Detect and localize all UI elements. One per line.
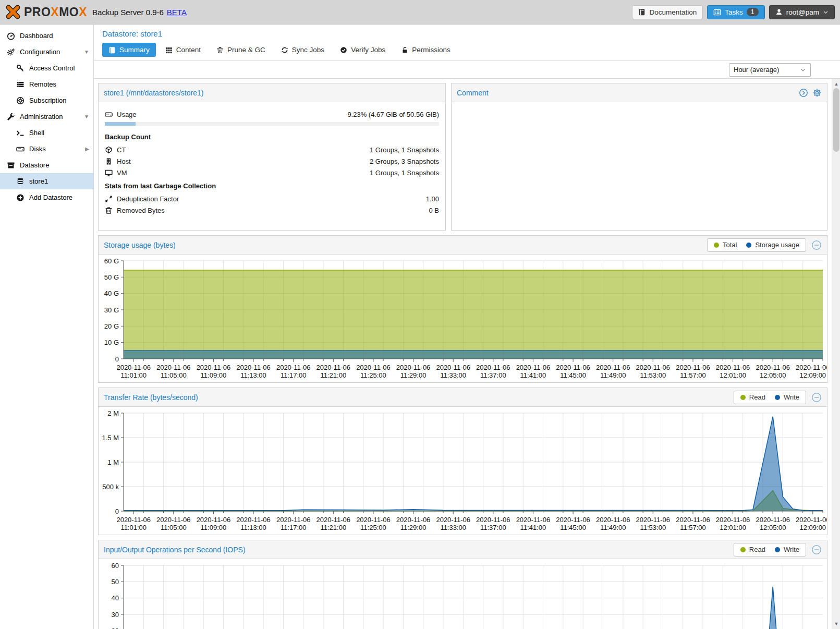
usage-progress-fill bbox=[105, 122, 136, 126]
svg-text:2020-11-0611:21:00: 2020-11-0611:21:00 bbox=[316, 516, 351, 531]
svg-text:2020-11-0611:33:00: 2020-11-0611:33:00 bbox=[436, 364, 470, 379]
svg-text:60: 60 bbox=[112, 562, 119, 570]
building-icon bbox=[105, 158, 113, 165]
backup-count-heading: Backup Count bbox=[105, 133, 439, 141]
gear-icon[interactable] bbox=[812, 88, 822, 98]
sync-icon bbox=[281, 46, 288, 54]
usage-progress-bar bbox=[105, 122, 439, 126]
collapse-minus-circle-icon[interactable] bbox=[811, 545, 822, 555]
task-list-icon bbox=[713, 8, 721, 16]
comment-body[interactable] bbox=[452, 102, 827, 230]
sidebar-item-disks[interactable]: Disks ▶ bbox=[0, 141, 93, 157]
chevron-down-icon bbox=[800, 67, 806, 73]
storage-usage-legend: Total Storage usage bbox=[707, 238, 806, 252]
grid-icon bbox=[165, 46, 173, 54]
documentation-button[interactable]: Documentation bbox=[632, 5, 703, 19]
vertical-scrollbar[interactable]: ▲ ▼ bbox=[832, 79, 840, 629]
comment-panel: Comment bbox=[451, 83, 827, 231]
beta-link[interactable]: BETA bbox=[167, 8, 187, 17]
scroll-up-arrow[interactable]: ▲ bbox=[832, 80, 840, 88]
dashboard-icon bbox=[6, 31, 15, 40]
cube-icon bbox=[105, 146, 113, 154]
tab-bar: Summary Content Prune & GC Sync Jobs bbox=[102, 43, 832, 61]
key-icon bbox=[16, 64, 25, 72]
svg-text:500 k: 500 k bbox=[102, 483, 119, 491]
brand-text: PROXMOX bbox=[24, 5, 87, 19]
usage-row: Usage 9.23% (4.67 GiB of 50.56 GiB) bbox=[105, 109, 439, 119]
scroll-area: store1 (/mnt/datastores/store1) Usage 9.… bbox=[94, 79, 832, 629]
gears-icon bbox=[6, 47, 15, 56]
svg-text:2020-11-0612:09:00: 2020-11-0612:09:00 bbox=[796, 516, 827, 531]
tab-summary[interactable]: Summary bbox=[102, 43, 156, 57]
svg-text:2020-11-0611:33:00: 2020-11-0611:33:00 bbox=[436, 516, 470, 531]
legend-dot-write bbox=[775, 547, 780, 552]
svg-text:30: 30 bbox=[112, 611, 119, 619]
tab-content[interactable]: Content bbox=[159, 43, 207, 57]
caret-down-icon[interactable]: ▼ bbox=[84, 114, 89, 119]
edit-chevron-circle-icon[interactable] bbox=[799, 88, 808, 98]
legend-dot-read bbox=[740, 395, 746, 400]
book-icon bbox=[108, 46, 116, 54]
svg-text:2020-11-0611:57:00: 2020-11-0611:57:00 bbox=[676, 364, 710, 379]
svg-text:2020-11-0611:17:00: 2020-11-0611:17:00 bbox=[276, 364, 311, 379]
sidebar-item-administration[interactable]: Administration ▼ bbox=[0, 108, 93, 125]
hdd-icon bbox=[16, 144, 25, 153]
caret-right-icon[interactable]: ▶ bbox=[85, 146, 89, 152]
legend-dot-write bbox=[775, 395, 780, 400]
check-circle-icon bbox=[340, 46, 347, 54]
svg-text:2020-11-0611:49:00: 2020-11-0611:49:00 bbox=[596, 516, 630, 531]
caret-down-icon[interactable]: ▼ bbox=[84, 49, 89, 55]
sidebar-nav: Dashboard Configuration ▼ Access Control bbox=[0, 25, 94, 629]
sidebar-item-shell[interactable]: Shell bbox=[0, 125, 93, 141]
collapse-minus-circle-icon[interactable] bbox=[811, 392, 822, 403]
sidebar-item-configuration[interactable]: Configuration ▼ bbox=[0, 44, 93, 60]
content-area: Datastore: store1 Summary Content Prune … bbox=[94, 25, 840, 629]
transfer-rate-chart: 2 M1.5 M1 M500 k02020-11-0611:01:002020-… bbox=[99, 407, 827, 535]
proxmox-x-icon bbox=[5, 4, 21, 20]
desktop-icon bbox=[105, 169, 113, 177]
sidebar-item-subscription[interactable]: Subscription bbox=[0, 92, 93, 108]
tasks-count-badge: 1 bbox=[747, 8, 759, 16]
tab-permissions[interactable]: Permissions bbox=[395, 43, 457, 57]
sidebar-item-access-control[interactable]: Access Control bbox=[0, 60, 93, 76]
svg-text:2 M: 2 M bbox=[107, 409, 119, 417]
tab-verify-jobs[interactable]: Verify Jobs bbox=[334, 43, 392, 57]
summary-panel-title: store1 (/mnt/datastores/store1) bbox=[104, 89, 440, 97]
sidebar-item-dashboard[interactable]: Dashboard bbox=[0, 28, 93, 44]
svg-text:50 G: 50 G bbox=[104, 273, 119, 281]
scroll-down-arrow[interactable]: ▼ bbox=[832, 620, 840, 628]
svg-text:2020-11-0611:13:00: 2020-11-0611:13:00 bbox=[236, 516, 271, 531]
tasks-button[interactable]: Tasks 1 bbox=[707, 5, 764, 19]
svg-text:20: 20 bbox=[112, 627, 119, 629]
svg-text:2020-11-0611:25:00: 2020-11-0611:25:00 bbox=[356, 364, 391, 379]
chevron-down-icon bbox=[823, 9, 829, 15]
iops-title: Input/Output Operations per Second (IOPS… bbox=[104, 546, 734, 554]
sidebar-item-store1[interactable]: store1 bbox=[0, 173, 93, 189]
user-menu-button[interactable]: root@pam bbox=[769, 5, 835, 19]
svg-text:2020-11-0611:45:00: 2020-11-0611:45:00 bbox=[556, 516, 590, 531]
page-title: Datastore: store1 bbox=[102, 29, 832, 38]
storage-usage-title: Storage usage (bytes) bbox=[104, 241, 707, 249]
sidebar-item-add-datastore[interactable]: Add Datastore bbox=[0, 189, 93, 205]
collapse-minus-circle-icon[interactable] bbox=[811, 240, 822, 250]
tab-prune-gc[interactable]: Prune & GC bbox=[210, 43, 272, 57]
time-range-select[interactable]: Hour (average) bbox=[729, 63, 811, 77]
sidebar-item-remotes[interactable]: Remotes bbox=[0, 76, 93, 92]
dedup-row: Deduplication Factor 1.00 bbox=[105, 193, 439, 204]
transfer-rate-title: Transfer Rate (bytes/second) bbox=[104, 393, 734, 402]
trash-icon bbox=[216, 46, 224, 54]
proxmox-backup-app: PROXMOX Backup Server 0.9-6 BETA Documen… bbox=[0, 0, 840, 629]
svg-text:2020-11-0611:41:00: 2020-11-0611:41:00 bbox=[516, 516, 551, 531]
compress-icon bbox=[105, 195, 113, 203]
svg-text:2020-11-0612:09:00: 2020-11-0612:09:00 bbox=[796, 364, 827, 379]
sidebar-item-datastore[interactable]: Datastore bbox=[0, 157, 93, 173]
svg-text:0: 0 bbox=[115, 507, 119, 515]
svg-text:40: 40 bbox=[112, 594, 119, 602]
scrollbar-thumb[interactable] bbox=[833, 88, 839, 152]
svg-text:1 M: 1 M bbox=[107, 458, 119, 466]
svg-text:2020-11-0611:09:00: 2020-11-0611:09:00 bbox=[197, 516, 231, 531]
iops-legend: Read Write bbox=[734, 543, 806, 557]
svg-text:2020-11-0611:21:00: 2020-11-0611:21:00 bbox=[316, 364, 351, 379]
tab-sync-jobs[interactable]: Sync Jobs bbox=[275, 43, 331, 57]
svg-text:2020-11-0611:09:00: 2020-11-0611:09:00 bbox=[197, 364, 231, 379]
